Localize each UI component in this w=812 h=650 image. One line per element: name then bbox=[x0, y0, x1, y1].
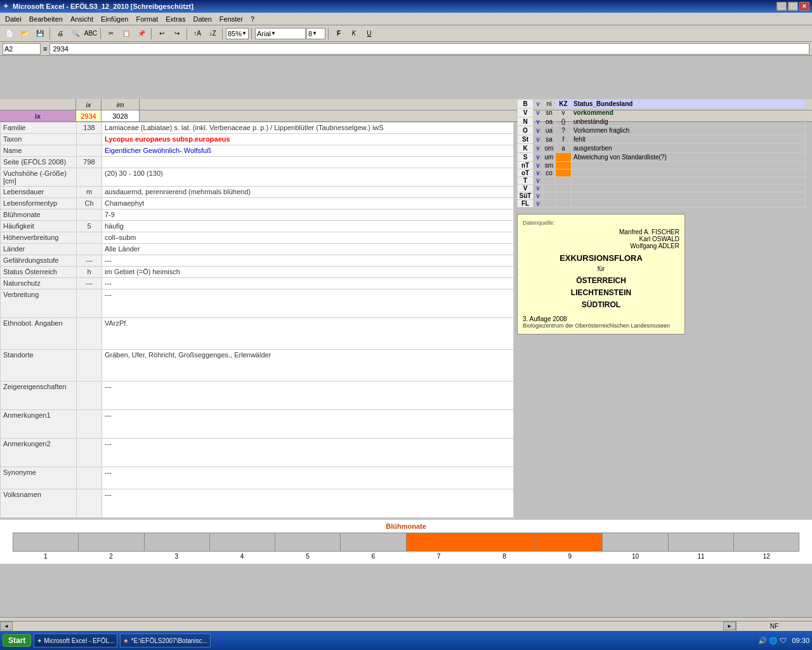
field-value-standorte: Gräben, Ufer, Röhricht, Großseggenges., … bbox=[102, 350, 514, 381]
menu-extras[interactable]: Extras bbox=[162, 14, 189, 24]
field-value-taxon: Lycopus europaeus subsp.europaeus bbox=[102, 134, 514, 145]
table-row: Taxon Lycopus europaeus subsp.europaeus bbox=[1, 134, 514, 145]
sort-asc-button[interactable]: ↑A bbox=[190, 27, 204, 41]
field-num-laender bbox=[77, 244, 102, 255]
formula-equals: = bbox=[43, 45, 47, 53]
field-label-synonyme: Synonyme bbox=[1, 467, 77, 489]
scroll-right-button[interactable]: ► bbox=[723, 621, 736, 630]
table-row: Standorte Gräben, Ufer, Röhricht, Großse… bbox=[1, 350, 514, 381]
zoom-control[interactable]: 85%▼ bbox=[226, 28, 249, 39]
field-num-familie: 138 bbox=[77, 123, 102, 134]
maximize-button[interactable]: □ bbox=[788, 2, 798, 11]
menu-ansicht[interactable]: Ansicht bbox=[67, 14, 97, 24]
taskbar-item-2[interactable]: ★ *E:\EFÖLS2007\Botanisc... bbox=[120, 633, 211, 647]
scroll-left-button[interactable]: ◄ bbox=[0, 621, 13, 630]
month-bar-9 bbox=[537, 533, 603, 551]
menu-daten[interactable]: Daten bbox=[189, 14, 215, 24]
menu-help[interactable]: ? bbox=[247, 14, 258, 24]
status-header-row: B v ni KZ Status_Bundesland bbox=[518, 100, 806, 109]
file-icon: ★ bbox=[123, 637, 129, 644]
undo-button[interactable]: ↩ bbox=[155, 27, 169, 41]
month-label-6: 6 bbox=[341, 553, 406, 560]
paste-button[interactable]: 📌 bbox=[134, 27, 148, 41]
formula-input[interactable] bbox=[49, 43, 809, 55]
size-box[interactable]: 8▼ bbox=[306, 28, 325, 39]
preview-button[interactable]: 🔍 bbox=[69, 27, 82, 41]
underline-button[interactable]: U bbox=[362, 27, 376, 41]
open-button[interactable]: 📂 bbox=[18, 27, 32, 41]
field-num-status-oe: h bbox=[77, 267, 102, 278]
save-button[interactable]: 💾 bbox=[33, 27, 47, 41]
month-label-8: 8 bbox=[471, 553, 537, 560]
table-row: Ethnobot. Angaben VArzPf. bbox=[1, 318, 514, 350]
taskbar: Start ✦ Microsoft Excel - EFÖL... ★ *E:\… bbox=[0, 631, 812, 650]
field-label-vuchs: Vuchshöhe (-Größe)[cm] bbox=[1, 168, 77, 187]
start-button[interactable]: Start bbox=[3, 634, 31, 647]
taskbar-item-2-label: *E:\EFÖLS2007\Botanisc... bbox=[131, 637, 207, 644]
zoom-box[interactable]: 85%▼ bbox=[226, 28, 249, 39]
font-box[interactable]: Arial▼ bbox=[255, 28, 306, 39]
menu-fenster[interactable]: Fenster bbox=[216, 14, 247, 24]
book-publisher: Biologiezentrum der Oberösterreichischen… bbox=[523, 322, 679, 329]
field-label-status-oe: Status Österreich bbox=[1, 267, 77, 278]
book-countries: ÖSTERREICH LIECHTENSTEIN SÜDTIROL bbox=[523, 275, 679, 312]
ix-value-cell: 2934 bbox=[76, 110, 102, 121]
cell-reference-input[interactable] bbox=[3, 43, 41, 55]
field-label-haeufigkeit: Häufigkeit bbox=[1, 221, 77, 232]
ix-label-cell: ix bbox=[0, 110, 76, 121]
spell-button[interactable]: ABC bbox=[84, 27, 98, 41]
field-label-anm1: Anmerkungen1 bbox=[1, 410, 77, 439]
field-num-volksnamen bbox=[77, 489, 102, 518]
month-bar-4 bbox=[210, 533, 275, 551]
table-row: Anmerkungen2 --- bbox=[1, 439, 514, 467]
col-v1: v bbox=[534, 100, 543, 109]
field-num-synonyme bbox=[77, 467, 102, 489]
italic-button[interactable]: K bbox=[347, 27, 361, 41]
minimize-button[interactable]: _ bbox=[776, 2, 787, 11]
sep7 bbox=[328, 28, 329, 39]
sep3 bbox=[151, 28, 152, 39]
field-label-anm2: Anmerkungen2 bbox=[1, 439, 77, 467]
bold-button[interactable]: F bbox=[332, 27, 346, 41]
redo-button[interactable]: ↪ bbox=[170, 27, 184, 41]
col-im-header[interactable]: im bbox=[102, 99, 140, 110]
menu-bearbeiten[interactable]: Bearbeiten bbox=[25, 14, 67, 24]
field-value-lebensdauer: ausdauernd, perennierend (mehrmals blühe… bbox=[102, 187, 514, 198]
field-label-verbreitung: Verbreitung bbox=[1, 289, 77, 318]
month-label-12: 12 bbox=[734, 553, 799, 560]
month-bars-container bbox=[13, 533, 799, 552]
close-button[interactable]: ✕ bbox=[799, 2, 809, 11]
hscrollbar[interactable]: ◄ ► bbox=[0, 621, 736, 631]
month-label-9: 9 bbox=[537, 553, 603, 560]
field-num-standorte bbox=[77, 350, 102, 381]
field-num-gefaehrdung: --- bbox=[77, 255, 102, 267]
sep1 bbox=[49, 28, 51, 39]
copy-button[interactable]: 📋 bbox=[119, 27, 133, 41]
print-button[interactable]: 🖨 bbox=[53, 27, 67, 41]
month-label-7: 7 bbox=[406, 553, 471, 560]
menu-einfuegen[interactable]: Einfügen bbox=[97, 14, 132, 24]
menu-datei[interactable]: Datei bbox=[1, 14, 25, 24]
legend-box: Datenquelle: Manfred A. FISCHER Karl OSW… bbox=[517, 214, 685, 335]
field-num-zeiger bbox=[77, 381, 102, 410]
taskbar-item-1[interactable]: ✦ Microsoft Excel - EFÖL... bbox=[34, 633, 117, 647]
tray-icon-2: 🌐 bbox=[769, 637, 778, 645]
sort-desc-button[interactable]: ↓Z bbox=[206, 27, 219, 41]
nf-indicator: NF bbox=[736, 621, 812, 631]
cut-button[interactable]: ✂ bbox=[104, 27, 118, 41]
field-label-standorte: Standorte bbox=[1, 350, 77, 381]
field-value-verbreitung: --- bbox=[102, 289, 514, 318]
table-row: Volksnamen --- bbox=[1, 489, 514, 518]
taskbar-item-1-label: Microsoft Excel - EFÖL... bbox=[44, 637, 114, 644]
formulabar: = bbox=[0, 42, 812, 56]
col-a-header[interactable] bbox=[0, 99, 76, 110]
data-table: Familie 138 Lamiaceae (Labiatae) s. lat.… bbox=[0, 122, 514, 518]
field-label-name: Name bbox=[1, 145, 77, 157]
table-row: Name Eigentlicher Gewöhnlich- Wolfsfuß bbox=[1, 145, 514, 157]
col-ix-header[interactable]: ix bbox=[76, 99, 102, 110]
new-button[interactable]: 📄 bbox=[3, 27, 16, 41]
font-control[interactable]: Arial▼ 8▼ bbox=[255, 28, 325, 39]
table-row: Familie 138 Lamiaceae (Labiatae) s. lat.… bbox=[1, 123, 514, 134]
menu-format[interactable]: Format bbox=[132, 14, 162, 24]
tray-icons: 🔊 🌐 🛡 bbox=[758, 637, 787, 645]
